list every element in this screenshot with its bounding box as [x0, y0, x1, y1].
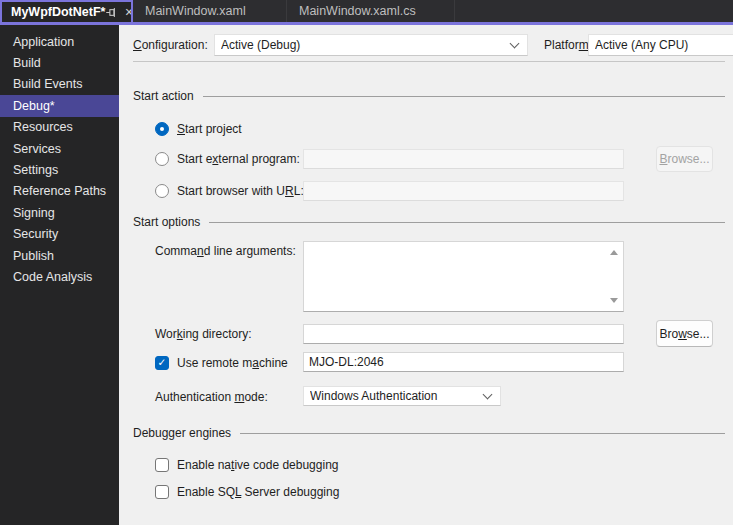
divider	[203, 96, 725, 97]
sidebar-item-settings[interactable]: Settings	[0, 159, 119, 180]
use-remote-machine-row: ✓ Use remote machine	[155, 355, 288, 370]
remote-machine-input[interactable]	[303, 352, 624, 372]
start-external-row: Start external program:	[155, 151, 300, 166]
native-debugging-row: Enable native code debugging	[155, 457, 338, 472]
start-project-label: Start project	[177, 122, 242, 136]
start-action-section-header: Start action	[133, 88, 725, 104]
sidebar-item-build-events[interactable]: Build Events	[0, 74, 119, 95]
sql-debugging-row: Enable SQL Server debugging	[155, 484, 339, 499]
debug-page-panel: Configuration: Active (Debug) Platform: …	[119, 25, 733, 525]
property-pages-sidebar: Application Build Build Events Debug* Re…	[0, 25, 119, 525]
configuration-label: Configuration:	[133, 38, 208, 52]
working-directory-input[interactable]	[303, 324, 624, 344]
authentication-mode-value: Windows Authentication	[310, 389, 478, 403]
sidebar-item-build[interactable]: Build	[0, 52, 119, 73]
authentication-mode-label: Authentication mode:	[155, 390, 268, 404]
document-tab-bar: MyWpfDotNetF* ✕ MainWindow.xaml MainWind…	[0, 0, 733, 22]
enable-native-debugging-checkbox[interactable]	[155, 458, 169, 472]
configuration-value: Active (Debug)	[221, 38, 505, 52]
section-title: Start options	[133, 215, 200, 229]
browse-external-button: Browse...	[656, 146, 713, 172]
external-program-input	[303, 149, 624, 169]
sidebar-item-reference-paths[interactable]: Reference Paths	[0, 181, 119, 202]
platform-label: Platform:	[544, 38, 592, 52]
tab-mainwindow-xaml-cs[interactable]: MainWindow.xaml.cs	[287, 0, 455, 22]
project-properties-window: MyWpfDotNetF* ✕ MainWindow.xaml MainWind…	[0, 0, 733, 525]
use-remote-machine-checkbox[interactable]: ✓	[155, 356, 169, 370]
enable-native-debugging-label: Enable native code debugging	[177, 458, 338, 472]
start-external-label: Start external program:	[177, 152, 300, 166]
browser-url-input	[303, 181, 624, 201]
tab-project-properties[interactable]: MyWpfDotNetF* ✕	[0, 0, 133, 22]
sidebar-item-application[interactable]: Application	[0, 31, 119, 52]
enable-sql-debugging-label: Enable SQL Server debugging	[177, 485, 339, 499]
debugger-engines-section-header: Debugger engines	[133, 425, 725, 441]
tab-mainwindow-xaml[interactable]: MainWindow.xaml	[133, 0, 287, 22]
sidebar-item-security[interactable]: Security	[0, 224, 119, 245]
chevron-down-icon	[483, 389, 493, 399]
divider	[133, 61, 725, 62]
start-project-row: Start project	[155, 121, 242, 136]
platform-value: Active (Any CPU)	[595, 38, 732, 52]
tab-label: MainWindow.xaml	[145, 4, 246, 18]
sidebar-item-code-analysis[interactable]: Code Analysis	[0, 266, 119, 287]
section-title: Debugger engines	[133, 426, 231, 440]
start-browser-row: Start browser with URL:	[155, 183, 304, 198]
divider	[240, 433, 725, 434]
start-options-section-header: Start options	[133, 214, 725, 230]
scroll-down-icon[interactable]	[610, 298, 618, 303]
tab-label: MainWindow.xaml.cs	[299, 4, 416, 18]
platform-dropdown[interactable]: Active (Any CPU)	[588, 34, 733, 56]
sidebar-item-signing[interactable]: Signing	[0, 202, 119, 223]
command-line-arguments-input[interactable]	[304, 242, 623, 311]
start-project-radio[interactable]	[155, 122, 169, 136]
pin-icon[interactable]	[105, 6, 118, 19]
tab-label: MyWpfDotNetF*	[11, 5, 105, 19]
working-directory-label: Working directory:	[155, 327, 251, 341]
chevron-down-icon	[510, 38, 520, 48]
start-browser-radio[interactable]	[155, 184, 169, 198]
configuration-dropdown[interactable]: Active (Debug)	[214, 34, 528, 56]
divider	[209, 222, 725, 223]
command-line-arguments-label: Command line arguments:	[155, 244, 296, 258]
section-title: Start action	[133, 89, 194, 103]
close-icon[interactable]: ✕	[122, 6, 133, 19]
authentication-mode-dropdown[interactable]: Windows Authentication	[303, 386, 501, 406]
start-external-radio[interactable]	[155, 152, 169, 166]
sidebar-item-debug[interactable]: Debug*	[0, 95, 119, 116]
enable-sql-debugging-checkbox[interactable]	[155, 485, 169, 499]
sidebar-item-publish[interactable]: Publish	[0, 245, 119, 266]
start-browser-label: Start browser with URL:	[177, 184, 304, 198]
use-remote-machine-label: Use remote machine	[177, 356, 288, 370]
command-line-arguments-box	[303, 241, 624, 312]
browse-working-directory-button[interactable]: Browse...	[656, 320, 713, 347]
sidebar-item-resources[interactable]: Resources	[0, 117, 119, 138]
scroll-up-icon[interactable]	[610, 250, 618, 255]
sidebar-item-services[interactable]: Services	[0, 138, 119, 159]
